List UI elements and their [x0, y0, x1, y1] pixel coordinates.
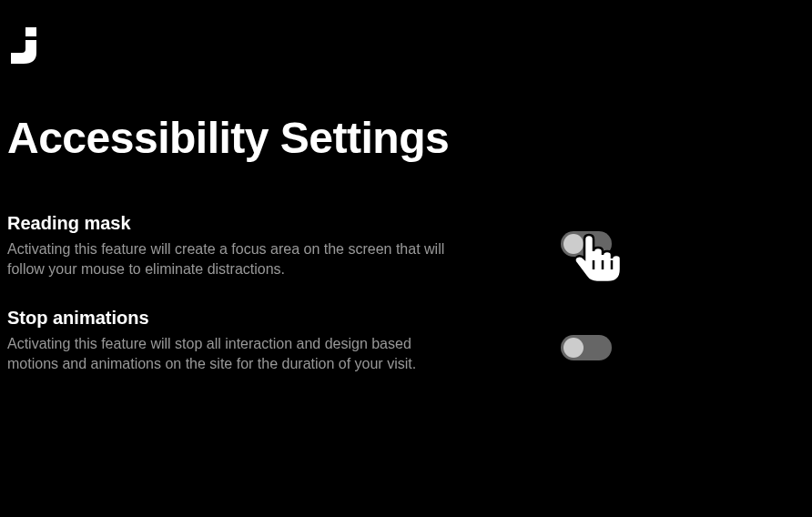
- page-title: Accessibility Settings: [7, 113, 805, 163]
- toggle-knob: [563, 234, 584, 254]
- setting-title: Stop animations: [7, 308, 462, 329]
- svg-rect-0: [25, 27, 36, 36]
- setting-description: Activating this feature will create a fo…: [7, 239, 453, 280]
- logo-icon: [7, 27, 805, 67]
- toggle-knob: [563, 338, 584, 358]
- setting-title: Reading mask: [7, 213, 462, 234]
- setting-description: Activating this feature will stop all in…: [7, 334, 453, 375]
- setting-reading-mask: Reading mask Activating this feature wil…: [7, 213, 805, 280]
- stop-animations-toggle[interactable]: [561, 335, 612, 360]
- reading-mask-toggle[interactable]: [561, 231, 612, 257]
- setting-stop-animations: Stop animations Activating this feature …: [7, 308, 805, 375]
